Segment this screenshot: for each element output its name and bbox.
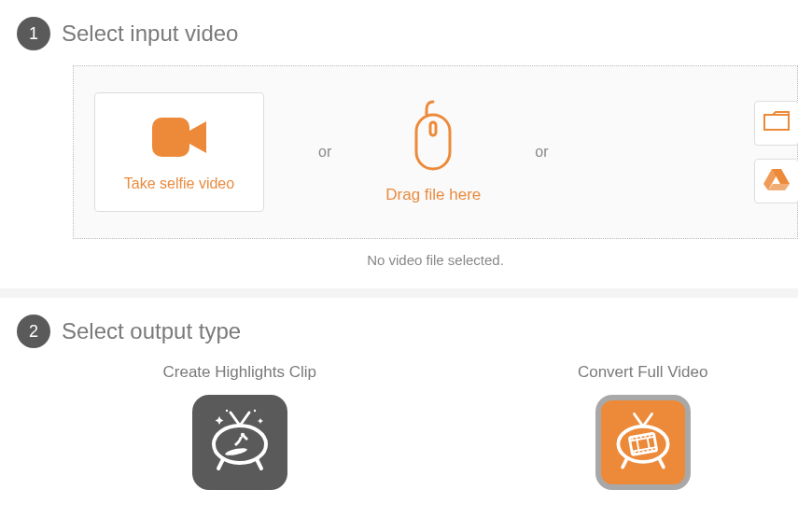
or-separator-1: or (318, 144, 331, 161)
svg-line-14 (659, 458, 664, 468)
drag-file-label: Drag file here (385, 186, 481, 204)
section-output-type: 2 Select output type Create Highlights C… (0, 298, 798, 490)
drag-file-area[interactable]: Drag file here (385, 100, 481, 204)
svg-line-7 (240, 413, 249, 426)
svg-rect-30 (647, 450, 649, 452)
svg-rect-22 (631, 438, 633, 440)
svg-point-8 (226, 410, 228, 412)
svg-rect-27 (634, 452, 636, 454)
google-drive-button[interactable] (754, 159, 798, 203)
section-input-video: 1 Select input video Take selfie video o… (0, 0, 798, 288)
source-buttons (754, 101, 797, 203)
browse-folder-button[interactable] (754, 101, 798, 146)
section-divider (0, 288, 798, 298)
highlights-tv-icon (203, 403, 277, 482)
output-convert-button[interactable] (595, 395, 691, 490)
output-highlights-label: Create Highlights Clip (163, 363, 316, 382)
no-file-status: No video file selected. (73, 252, 798, 288)
svg-rect-25 (644, 436, 646, 438)
svg-line-20 (637, 440, 638, 450)
film-tv-icon (608, 405, 679, 480)
svg-line-5 (257, 459, 261, 469)
svg-line-4 (218, 459, 223, 469)
or-separator-2: or (535, 144, 548, 161)
svg-point-9 (254, 410, 256, 412)
output-highlights-button[interactable] (192, 395, 287, 490)
step1-header: 1 Select input video (17, 17, 798, 50)
svg-rect-31 (651, 449, 652, 451)
output-convert-label: Convert Full Video (578, 363, 708, 382)
svg-rect-23 (636, 437, 637, 439)
output-convert: Convert Full Video (578, 363, 708, 490)
svg-line-21 (647, 438, 649, 448)
svg-rect-24 (639, 436, 641, 438)
svg-rect-0 (152, 118, 189, 157)
take-selfie-button[interactable]: Take selfie video (94, 92, 264, 212)
step1-title: Select input video (62, 21, 238, 47)
google-drive-icon (763, 167, 791, 195)
output-options: Create Highlights Clip (17, 363, 798, 490)
output-highlights: Create Highlights Clip (163, 363, 316, 490)
step2-badge: 2 (17, 315, 50, 348)
svg-point-11 (224, 447, 247, 457)
svg-line-6 (231, 413, 240, 426)
folder-icon (763, 109, 791, 137)
svg-rect-26 (649, 435, 651, 437)
svg-point-12 (618, 427, 667, 462)
svg-line-15 (634, 414, 643, 427)
video-camera-icon (148, 112, 210, 166)
svg-line-13 (623, 458, 627, 468)
svg-rect-28 (637, 451, 639, 453)
mouse-icon (408, 100, 458, 176)
input-panel: Take selfie video or Drag file here or (73, 65, 798, 239)
svg-point-3 (214, 426, 266, 463)
svg-line-16 (643, 414, 652, 427)
step1-badge: 1 (17, 17, 50, 50)
svg-rect-29 (642, 450, 644, 452)
step2-header: 2 Select output type (17, 315, 798, 348)
svg-rect-2 (430, 122, 436, 135)
take-selfie-label: Take selfie video (124, 175, 234, 192)
step2-title: Select output type (62, 318, 241, 344)
